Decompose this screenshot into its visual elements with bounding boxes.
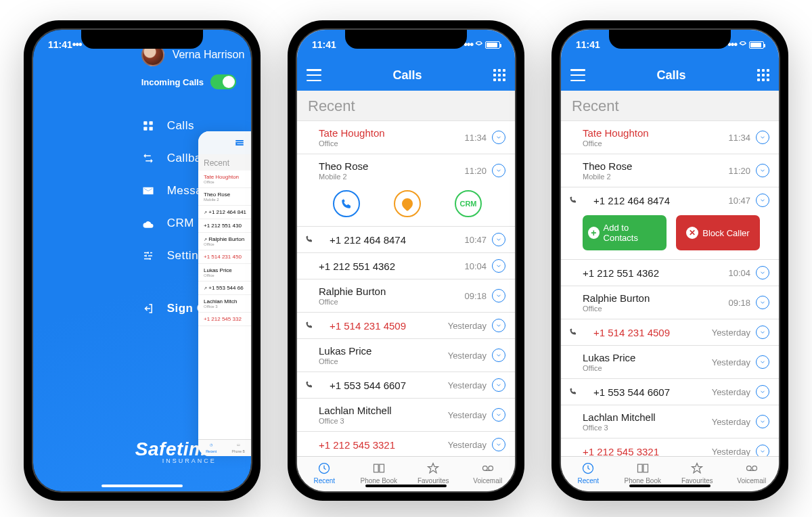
status-time: 11:41 [312, 39, 336, 50]
call-row[interactable]: Ralphie BurtonOffice09:18 [297, 279, 515, 313]
incoming-label: Incoming Calls [141, 77, 204, 87]
tab-recent[interactable]: Recent [297, 461, 352, 485]
add-to-contacts-button[interactable]: +Add to Contacts [583, 215, 667, 250]
call-name: +1 514 231 4509 [330, 320, 448, 332]
peek-calls-screen[interactable]: Recent Tate HoughtonOfficeTheo RoseMobil… [198, 131, 252, 456]
call-sub: Office [583, 364, 712, 372]
call-name: Tate Houghton [583, 127, 728, 139]
clock-icon [561, 461, 616, 476]
chevron-down-icon[interactable] [492, 319, 505, 332]
incoming-toggle[interactable] [210, 74, 236, 89]
call-time: 11:34 [464, 133, 487, 143]
voicemail-icon [461, 461, 516, 476]
call-name: +1 553 544 6607 [330, 380, 448, 391]
chevron-down-icon[interactable] [492, 131, 505, 144]
call-name: +1 212 545 3321 [583, 446, 712, 457]
status-icons [727, 39, 764, 51]
call-row[interactable]: Tate HoughtonOffice11:34 [561, 121, 779, 154]
call-row[interactable]: Lukas PriceOfficeYesterday [561, 346, 779, 379]
call-sub: Office 3 [319, 417, 448, 425]
outgoing-icon [569, 326, 580, 338]
tab-favourites[interactable]: Favourites [406, 461, 461, 485]
crm-action[interactable]: CRM [455, 190, 482, 217]
chevron-down-icon[interactable] [492, 164, 505, 177]
call-row[interactable]: Lachlan MitchellOffice 3Yesterday [561, 405, 779, 439]
call-sub: Office [319, 139, 464, 148]
call-row[interactable]: +1 212 545 3321Yesterday [297, 432, 515, 456]
chevron-down-icon[interactable] [756, 131, 769, 144]
home-indicator[interactable] [102, 485, 183, 487]
call-row[interactable]: Lukas PriceOfficeYesterday [297, 339, 515, 372]
chat-action[interactable] [394, 190, 421, 217]
preview-call-row: +1 212 551 430 [198, 219, 252, 233]
call-time: 09:18 [464, 291, 487, 301]
call-time: Yesterday [712, 447, 750, 457]
dialpad-icon[interactable] [493, 69, 505, 81]
call-sub: Mobile 2 [583, 173, 728, 181]
call-row[interactable]: +1 212 551 436210:04 [561, 260, 779, 286]
home-indicator[interactable] [365, 485, 447, 487]
chevron-down-icon[interactable] [756, 194, 769, 207]
call-row[interactable]: +1 212 551 436210:04 [297, 253, 515, 279]
dialpad-icon[interactable] [757, 69, 769, 81]
chevron-down-icon[interactable] [756, 164, 769, 177]
call-row[interactable]: +1 212 464 847410:47 +Add to Contacts ✕B… [561, 187, 779, 260]
call-row[interactable]: Theo RoseMobile 211:20 [561, 154, 779, 187]
call-row[interactable]: Ralphie BurtonOffice09:18 [561, 286, 779, 319]
call-row[interactable]: +1 212 545 3321Yesterday [561, 439, 779, 456]
tab-recent[interactable]: Recent [561, 461, 616, 485]
wifi-icon [740, 39, 746, 51]
chevron-down-icon[interactable] [756, 415, 769, 428]
user-name: Verna Harrison [173, 49, 245, 61]
star-icon [406, 461, 461, 476]
chevron-down-icon[interactable] [492, 378, 505, 392]
tab-voicemail[interactable]: Voicemail [725, 461, 780, 485]
chevron-down-icon[interactable] [492, 289, 505, 302]
grid-icon [141, 119, 155, 133]
svg-rect-1 [149, 121, 152, 125]
chevron-down-icon[interactable] [492, 408, 505, 422]
call-list[interactable]: Tate HoughtonOffice11:34Theo RoseMobile … [297, 121, 515, 456]
call-row[interactable]: Lachlan MitchellOffice 3Yesterday [297, 399, 515, 432]
battery-icon [485, 41, 500, 49]
chevron-down-icon[interactable] [492, 438, 505, 451]
call-name: Lukas Price [319, 345, 448, 357]
call-list[interactable]: Tate HoughtonOffice11:34Theo RoseMobile … [561, 121, 779, 456]
home-indicator[interactable] [629, 485, 710, 487]
chevron-down-icon[interactable] [756, 296, 769, 309]
svg-rect-2 [143, 127, 147, 131]
call-action[interactable] [333, 190, 360, 217]
chevron-down-icon[interactable] [492, 259, 505, 273]
incoming-calls-toggle-row: Incoming Calls [141, 74, 251, 89]
call-row[interactable]: +1 514 231 4509Yesterday [297, 313, 515, 339]
hamburger-icon[interactable] [307, 69, 321, 81]
call-time: 10:04 [464, 261, 487, 271]
chevron-down-icon[interactable] [756, 385, 769, 399]
call-time: 09:18 [728, 298, 750, 308]
tab-phonebook[interactable]: Phone Book [352, 461, 407, 485]
call-row[interactable]: +1 514 231 4509Yesterday [561, 319, 779, 346]
call-row[interactable]: +1 553 544 6607Yesterday [297, 372, 515, 399]
chevron-down-icon[interactable] [492, 349, 505, 362]
block-caller-button[interactable]: ✕Block Caller [676, 215, 760, 250]
chevron-down-icon[interactable] [492, 233, 505, 246]
call-row[interactable]: +1 553 544 6607Yesterday [561, 379, 779, 405]
tab-favourites[interactable]: Favourites [670, 461, 725, 485]
call-name: Lachlan Mitchell [319, 405, 448, 416]
call-row[interactable]: +1 212 464 847410:47 [297, 227, 515, 253]
hamburger-icon[interactable] [570, 69, 585, 81]
chevron-down-icon[interactable] [756, 355, 769, 369]
swap-icon [141, 152, 155, 165]
tab-phonebook[interactable]: Phone Book [616, 461, 671, 485]
call-name: +1 212 464 8474 [593, 195, 728, 206]
svg-rect-0 [143, 121, 147, 125]
chevron-down-icon[interactable] [756, 445, 769, 456]
preview-call-row: Tate HoughtonOffice [198, 171, 252, 188]
list-icon [233, 138, 246, 148]
chevron-down-icon[interactable] [756, 266, 769, 279]
tab-voicemail[interactable]: Voicemail [461, 461, 516, 485]
status-time: 11:41 [576, 39, 600, 50]
call-row[interactable]: Tate HoughtonOffice11:34 [297, 121, 515, 154]
call-row[interactable]: Theo RoseMobile 211:20 CRM [297, 154, 515, 227]
chevron-down-icon[interactable] [756, 325, 769, 339]
